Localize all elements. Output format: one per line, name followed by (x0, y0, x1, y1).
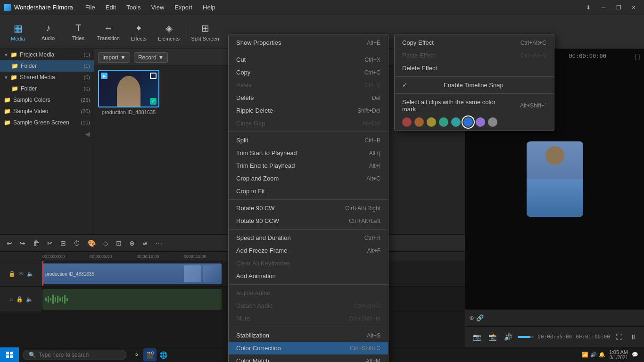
ctx-sep-4 (229, 229, 388, 230)
ctx-enable-snap[interactable]: ✓ Enable Timeline Snap (395, 79, 554, 91)
ctx-cut-label: Cut (236, 56, 246, 63)
ctx-select-color-shortcut: Alt+Shift+` (520, 102, 546, 109)
color-dot-red[interactable] (402, 117, 412, 127)
ctx-detach-audio[interactable]: Detach Audio Ctrl+Alt+D (229, 299, 388, 312)
ctx-speed-shortcut: Ctrl+R (364, 235, 380, 241)
ctx-copy[interactable]: Copy Ctrl+C (229, 66, 388, 79)
snap-check-mark: ✓ (402, 82, 407, 89)
ctx-color-correction-shortcut: Ctrl+Shift+C (350, 345, 380, 352)
ctx-copy-effect[interactable]: Copy Effect Ctrl+Alt+C (395, 36, 554, 49)
ctx-paste-effect-shortcut: Ctrl+Alt+V (520, 52, 546, 59)
ctx-add-animation[interactable]: Add Animation (229, 270, 388, 282)
ctx-split-shortcut: Ctrl+B (364, 137, 380, 144)
ctx-adjust-audio-label: Adjust Audio (236, 289, 270, 296)
ctx-sep-3 (229, 199, 388, 200)
color-dot-gray[interactable] (488, 117, 497, 127)
ctx-trim-end-label: Trim End to Playhead (236, 162, 295, 169)
ctx-paste-effect[interactable]: Paste Effect Ctrl+Alt+V (395, 49, 554, 62)
ctx-delete-label: Delete (236, 94, 254, 101)
ctx-crop-zoom[interactable]: Crop and Zoom Alt+C (229, 172, 388, 185)
ctx-paste-label: Paste (236, 82, 252, 89)
ctx-mute[interactable]: Mute Ctrl+Shift+M (229, 312, 388, 325)
ctx-crop-zoom-label: Crop and Zoom (236, 175, 279, 182)
ctx-color-correction[interactable]: Color Correction Ctrl+Shift+C (229, 342, 388, 354)
ctx-copy-shortcut: Ctrl+C (364, 69, 380, 76)
ctx-show-properties-shortcut: Alt+E (367, 40, 380, 46)
ctx-add-animation-label: Add Animation (236, 272, 276, 280)
ctx-copy-effect-shortcut: Ctrl+Alt+C (520, 40, 546, 46)
ctx-stabilization-shortcut: Alt+S (367, 332, 380, 339)
context-menu-right: Copy Effect Ctrl+Alt+C Paste Effect Ctrl… (394, 34, 554, 131)
ctx-color-match-shortcut: Alt+M (366, 358, 380, 362)
color-dot-orange[interactable] (414, 117, 424, 127)
ctx-copy-effect-label: Copy Effect (402, 39, 434, 46)
ctx-freeze[interactable]: Add Freeze Frame Alt+F (229, 244, 388, 257)
ctx-freeze-label: Add Freeze Frame (236, 247, 287, 254)
ctx-ripple-delete-label: Ripple Delete (236, 107, 273, 114)
ctx-select-color-label: Select all clips with the same color mar… (402, 99, 511, 113)
ctx-speed-label: Speed and Duration (236, 234, 291, 241)
ctx-rotate-ccw[interactable]: Rotate 90 CCW Ctrl+Alt+Left (229, 214, 388, 227)
ctx-copy-label: Copy (236, 69, 250, 76)
ctx-trim-end[interactable]: Trim End to Playhead Alt+] (229, 159, 388, 172)
ctx-color-match[interactable]: Color Match Alt+M (229, 354, 388, 362)
ctx-enable-snap-label: Enable Timeline Snap (444, 82, 503, 89)
ctx-sep-5 (229, 284, 388, 285)
ctx-crop-zoom-shortcut: Alt+C (366, 175, 380, 182)
ctx-clear-keyframes[interactable]: Clear All Keyframes (229, 257, 388, 270)
ctx-stabilization-label: Stabilization (236, 332, 269, 339)
ctx-ripple-shortcut: Shift+Del (357, 107, 380, 114)
ctx-rotate-cw-label: Rotate 90 CW (236, 205, 275, 212)
context-menu-overlay: Show Properties Alt+E Cut Ctrl+X Copy Ct… (0, 0, 644, 362)
ctx-show-properties[interactable]: Show Properties Alt+E (229, 36, 388, 49)
ctx-rotate-cw[interactable]: Rotate 90 CW Ctrl+Alt+Right (229, 202, 388, 214)
ctx-split[interactable]: Split Ctrl+B (229, 134, 388, 147)
color-dot-row (395, 115, 554, 129)
ctx-rotate-ccw-shortcut: Ctrl+Alt+Left (349, 218, 380, 224)
ctx-right-sep-1 (395, 76, 554, 77)
ctx-select-color[interactable]: Select all clips with the same color mar… (395, 96, 554, 115)
ctx-close-gap[interactable]: Close Gap Alt+Del (229, 117, 388, 130)
ctx-delete[interactable]: Delete Del (229, 91, 388, 104)
ctx-rotate-cw-shortcut: Ctrl+Alt+Right (345, 205, 380, 212)
ctx-clear-keyframes-label: Clear All Keyframes (236, 260, 290, 267)
ctx-delete-effect[interactable]: Delete Effect (395, 62, 554, 74)
ctx-show-properties-label: Show Properties (236, 39, 281, 46)
ctx-color-correction-label: Color Correction (236, 345, 281, 352)
ctx-adjust-audio[interactable]: Adjust Audio (229, 287, 388, 299)
ctx-freeze-shortcut: Alt+F (367, 247, 380, 254)
ctx-close-gap-shortcut: Alt+Del (362, 120, 380, 127)
ctx-color-match-label: Color Match (236, 357, 269, 362)
ctx-ripple-delete[interactable]: Ripple Delete Shift+Del (229, 104, 388, 117)
color-dot-cyan[interactable] (451, 117, 461, 127)
ctx-right-sep-2 (395, 93, 554, 94)
ctx-cut-shortcut: Ctrl+X (364, 57, 380, 63)
ctx-trim-end-shortcut: Alt+] (369, 163, 380, 169)
ctx-delete-shortcut: Del (372, 95, 380, 101)
ctx-detach-audio-label: Detach Audio (236, 302, 272, 309)
ctx-speed[interactable]: Speed and Duration Ctrl+R (229, 231, 388, 244)
ctx-mute-shortcut: Ctrl+Shift+M (349, 315, 380, 322)
ctx-sep-1 (229, 51, 388, 51)
ctx-stabilization[interactable]: Stabilization Alt+S (229, 329, 388, 342)
color-dot-purple[interactable] (476, 117, 485, 127)
color-dot-teal[interactable] (439, 117, 448, 127)
ctx-rotate-ccw-label: Rotate 90 CCW (236, 217, 279, 224)
ctx-delete-effect-label: Delete Effect (402, 65, 437, 72)
ctx-close-gap-label: Close Gap (236, 120, 265, 127)
color-dot-blue[interactable] (463, 117, 473, 127)
ctx-trim-start[interactable]: Trim Start to Playhead Alt+[ (229, 147, 388, 159)
ctx-cut[interactable]: Cut Ctrl+X (229, 53, 388, 66)
ctx-crop-fit[interactable]: Crop to Fit (229, 185, 388, 197)
color-dot-yellow[interactable] (427, 117, 436, 127)
ctx-sep-2 (229, 132, 388, 132)
ctx-crop-fit-label: Crop to Fit (236, 188, 265, 195)
ctx-trim-start-shortcut: Alt+[ (369, 150, 380, 156)
ctx-split-label: Split (236, 137, 248, 144)
ctx-paste-shortcut: Ctrl+V (364, 82, 380, 89)
context-menu-left: Show Properties Alt+E Cut Ctrl+X Copy Ct… (228, 34, 388, 362)
ctx-paste[interactable]: Paste Ctrl+V (229, 79, 388, 91)
ctx-trim-start-label: Trim Start to Playhead (236, 149, 297, 156)
ctx-detach-audio-shortcut: Ctrl+Alt+D (355, 303, 380, 309)
ctx-sep-6 (229, 327, 388, 327)
